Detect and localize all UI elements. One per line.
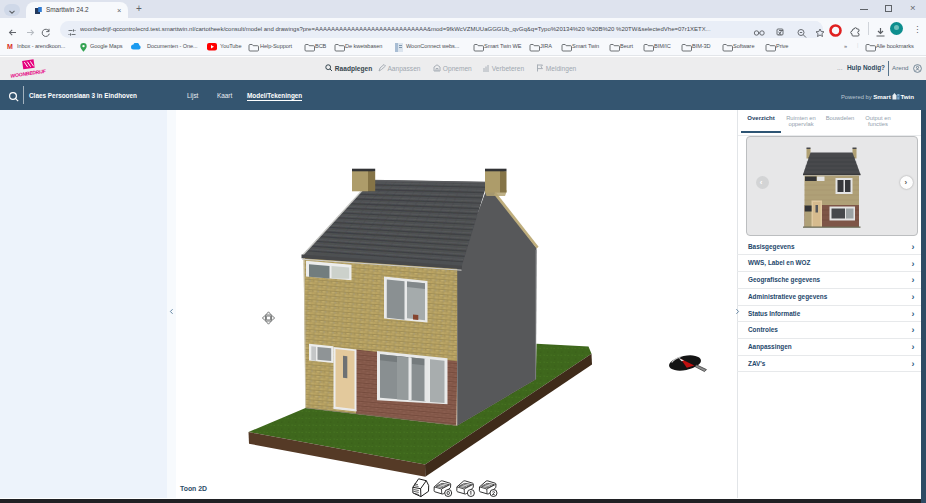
svg-text:WOONBEDRIJF: WOONBEDRIJF xyxy=(10,68,47,78)
